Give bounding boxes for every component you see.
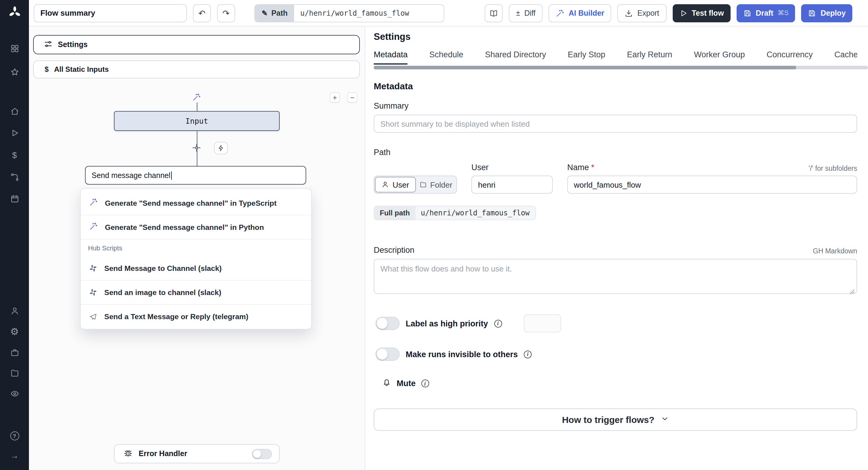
high-priority-toggle[interactable] xyxy=(375,317,400,330)
diff-button[interactable]: ± Diff xyxy=(509,4,543,22)
help-icon[interactable]: ? xyxy=(0,431,29,440)
how-to-trigger-button[interactable]: How to trigger flows? xyxy=(374,408,857,431)
folders-icon[interactable] xyxy=(0,369,29,378)
invisible-runs-toggle[interactable] xyxy=(375,348,400,361)
undo-icon: ↶ xyxy=(198,8,205,18)
zoom-out-button[interactable]: − xyxy=(347,92,358,102)
description-label: Description xyxy=(374,245,414,255)
schedules-icon[interactable] xyxy=(0,194,29,203)
wand-icon xyxy=(89,198,98,208)
error-handler-toggle[interactable] xyxy=(252,448,272,459)
slack-icon xyxy=(89,288,97,296)
summary-label: Summary xyxy=(374,101,857,110)
user-field[interactable] xyxy=(471,176,553,194)
flow-canvas: Settings $ All Static Inputs + − Inp xyxy=(29,27,365,470)
flows-icon[interactable] xyxy=(0,173,29,182)
tabs-scrollbar-thumb[interactable] xyxy=(374,66,796,69)
hub-script-item[interactable]: Send an image to channel (slack) xyxy=(81,281,311,305)
input-node[interactable]: Input xyxy=(114,111,280,131)
ai-builder-button[interactable]: AI Builder xyxy=(549,4,612,22)
path-section-label: Path xyxy=(374,148,857,157)
mute-row: Mute i xyxy=(374,378,857,389)
tab-shared-directory[interactable]: Shared Directory xyxy=(485,50,546,64)
zoom-in-button[interactable]: + xyxy=(330,92,340,102)
tab-early-return[interactable]: Early Return xyxy=(627,50,672,64)
diff-icon: ± xyxy=(516,9,520,17)
redo-button[interactable]: ↷ xyxy=(217,4,235,22)
favorites-icon[interactable] xyxy=(0,67,29,77)
high-priority-row: Label as high priority i xyxy=(374,314,857,332)
tab-worker-group[interactable]: Worker Group xyxy=(694,50,745,64)
owner-folder-button[interactable]: Folder xyxy=(416,177,456,193)
resize-handle-icon[interactable] xyxy=(849,286,855,291)
info-icon[interactable]: i xyxy=(524,350,532,358)
settings-title: Settings xyxy=(374,31,857,42)
trigger-bolt-button[interactable] xyxy=(214,142,228,154)
required-asterisk: * xyxy=(591,163,595,172)
home-icon[interactable] xyxy=(0,107,29,116)
save-icon xyxy=(808,9,816,17)
path-row: User Folder User Na xyxy=(374,163,857,194)
tab-metadata[interactable]: Metadata xyxy=(374,50,408,64)
ai-wand-icon[interactable] xyxy=(192,93,201,104)
subfolder-hint: '/' for subfolders xyxy=(809,165,857,172)
docs-button[interactable] xyxy=(485,4,503,22)
path-editor[interactable]: ✎ Path u/henri/world_famous_flow xyxy=(254,4,444,22)
info-icon[interactable]: i xyxy=(421,380,429,387)
tab-concurrency[interactable]: Concurrency xyxy=(767,50,812,64)
name-field-label: Name * xyxy=(567,163,594,172)
tabs-scrollbar[interactable] xyxy=(374,66,868,69)
main-area: ↶ ↷ ✎ Path u/henri/world_famous_flow ± D… xyxy=(29,0,868,470)
variables-icon[interactable]: $ xyxy=(0,151,29,159)
description-textarea[interactable] xyxy=(374,259,857,294)
hub-script-item[interactable]: Send a Text Message or Reply (telegram) xyxy=(81,305,311,329)
pencil-icon: ✎ xyxy=(261,9,268,17)
deploy-button[interactable]: Deploy xyxy=(801,4,852,22)
sliders-icon xyxy=(44,39,53,50)
collapse-icon[interactable]: → xyxy=(0,451,29,460)
settings-panel: Settings Metadata Schedule Shared Direct… xyxy=(365,27,868,470)
summary-input[interactable] xyxy=(374,115,857,133)
workers-icon[interactable] xyxy=(0,348,29,357)
owner-user-button[interactable]: User xyxy=(375,177,416,193)
user-icon[interactable] xyxy=(0,306,29,316)
insert-step-icon[interactable] xyxy=(192,144,201,154)
high-priority-label: Label as high priority xyxy=(406,319,488,328)
priority-value-input[interactable] xyxy=(524,314,561,332)
hub-script-item[interactable]: Send Message to Channel (slack) xyxy=(81,257,311,281)
test-flow-button[interactable]: Test flow xyxy=(673,4,731,22)
tab-cache[interactable]: Cache xyxy=(835,50,858,64)
apps-icon[interactable] xyxy=(0,44,29,53)
app-window: $ ⚙ ? → xyxy=(0,0,868,470)
toolbar: ↶ ↷ ✎ Path u/henri/world_famous_flow ± D… xyxy=(29,0,868,27)
audit-logs-icon[interactable] xyxy=(0,389,29,398)
windmill-logo[interactable] xyxy=(0,6,29,19)
draft-button[interactable]: Draft ⌘S xyxy=(737,4,795,22)
generate-typescript-item[interactable]: Generate "Send message channel" in TypeS… xyxy=(81,191,311,215)
redo-icon: ↷ xyxy=(222,8,229,18)
save-icon xyxy=(743,9,752,17)
path-label: Path xyxy=(271,9,287,17)
tab-schedule[interactable]: Schedule xyxy=(430,50,464,64)
runs-icon[interactable] xyxy=(0,128,29,138)
flow-edge xyxy=(196,102,197,111)
error-handler-node[interactable]: Error Handler xyxy=(114,444,280,463)
static-inputs-node[interactable]: $ All Static Inputs xyxy=(33,60,360,79)
export-button[interactable]: Export xyxy=(618,4,666,22)
tab-early-stop[interactable]: Early Stop xyxy=(568,50,606,64)
full-path-chip: Full path u/henri/world_famous_flow xyxy=(374,206,535,220)
info-icon[interactable]: i xyxy=(494,320,502,327)
step-search-input[interactable]: Send message channel xyxy=(85,166,306,185)
flow-summary-input[interactable] xyxy=(34,4,187,22)
sidebar: $ ⚙ ? → xyxy=(0,0,29,470)
undo-button[interactable]: ↶ xyxy=(193,4,211,22)
step-search-dropdown: Generate "Send message channel" in TypeS… xyxy=(80,188,312,329)
settings-icon[interactable]: ⚙ xyxy=(0,327,29,337)
owner-kind-segmented: User Folder xyxy=(374,176,457,194)
name-field[interactable] xyxy=(567,176,857,194)
content: Settings $ All Static Inputs + − Inp xyxy=(29,27,868,470)
flow-settings-node[interactable]: Settings xyxy=(33,35,360,54)
generate-python-item[interactable]: Generate "Send message channel" in Pytho… xyxy=(81,215,311,239)
path-value: u/henri/world_famous_flow xyxy=(294,4,444,22)
text-caret xyxy=(171,171,172,179)
